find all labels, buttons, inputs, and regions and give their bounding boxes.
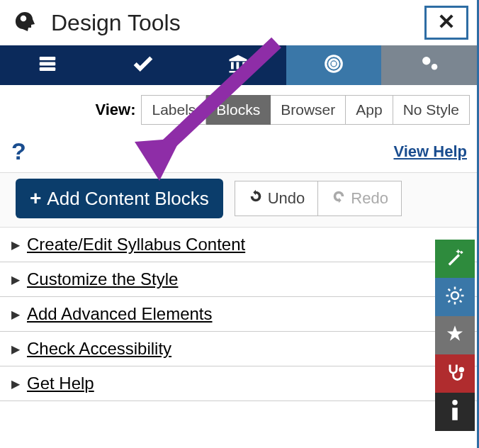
tab-institution[interactable] bbox=[191, 45, 286, 85]
view-row: View: Labels Blocks Browser App No Style bbox=[0, 85, 477, 135]
action-row: + Add Content Blocks Undo Redo bbox=[0, 172, 477, 228]
svg-rect-0 bbox=[40, 57, 56, 60]
accordion-label: Customize the Style bbox=[27, 269, 178, 289]
side-tool-info[interactable] bbox=[435, 393, 475, 431]
caret-right-icon: ▶ bbox=[11, 273, 20, 286]
add-button-label: Add Content Blocks bbox=[47, 188, 208, 210]
view-label: View: bbox=[95, 101, 135, 119]
svg-rect-2 bbox=[40, 67, 56, 71]
side-tools bbox=[435, 240, 475, 431]
view-option-app[interactable]: App bbox=[346, 95, 393, 125]
undo-button[interactable]: Undo bbox=[235, 181, 318, 215]
accordion-item-advanced[interactable]: ▶ Add Advanced Elements bbox=[0, 297, 477, 332]
caret-right-icon: ▶ bbox=[11, 308, 20, 321]
accordion-label: Create/Edit Syllabus Content bbox=[27, 235, 245, 254]
toolbar-tabs bbox=[0, 45, 477, 85]
tab-target[interactable] bbox=[286, 45, 382, 85]
accordion-item-syllabus[interactable]: ▶ Create/Edit Syllabus Content bbox=[0, 228, 477, 262]
redo-icon bbox=[331, 189, 346, 208]
check-icon bbox=[131, 52, 155, 79]
header: Design Tools bbox=[0, 0, 477, 45]
redo-label: Redo bbox=[351, 189, 388, 208]
accordion-label: Add Advanced Elements bbox=[27, 304, 213, 324]
svg-point-9 bbox=[460, 368, 463, 371]
view-option-nostyle[interactable]: No Style bbox=[393, 95, 470, 125]
tab-server[interactable] bbox=[0, 45, 96, 85]
close-icon bbox=[436, 11, 456, 34]
accordion-item-style[interactable]: ▶ Customize the Style bbox=[0, 262, 477, 297]
svg-point-7 bbox=[432, 64, 438, 70]
svg-point-5 bbox=[332, 62, 335, 65]
svg-rect-1 bbox=[40, 62, 56, 66]
side-tool-wand[interactable] bbox=[435, 240, 475, 278]
help-row: ? View Help bbox=[0, 135, 477, 172]
undo-label: Undo bbox=[268, 189, 305, 208]
svg-point-8 bbox=[451, 292, 458, 299]
svg-rect-11 bbox=[452, 408, 458, 420]
caret-right-icon: ▶ bbox=[11, 377, 20, 391]
view-option-browser[interactable]: Browser bbox=[271, 95, 346, 125]
info-icon bbox=[451, 400, 459, 424]
undo-icon bbox=[248, 189, 264, 208]
side-tool-star[interactable] bbox=[435, 316, 475, 354]
tab-check[interactable] bbox=[96, 45, 191, 85]
star-icon bbox=[445, 324, 465, 347]
accordion-list: ▶ Create/Edit Syllabus Content ▶ Customi… bbox=[0, 228, 477, 401]
accordion-label: Check Accessibility bbox=[27, 339, 171, 359]
tab-settings[interactable] bbox=[381, 45, 477, 85]
caret-right-icon: ▶ bbox=[11, 238, 20, 252]
wand-icon bbox=[445, 247, 465, 270]
sun-icon bbox=[444, 285, 466, 309]
accordion-label: Get Help bbox=[27, 374, 94, 393]
rocket-icon bbox=[14, 9, 38, 36]
institution-icon bbox=[227, 53, 249, 77]
stethoscope-icon bbox=[445, 362, 465, 385]
server-icon bbox=[37, 53, 58, 77]
plus-icon: + bbox=[30, 187, 41, 210]
close-button[interactable] bbox=[424, 6, 468, 40]
view-option-blocks[interactable]: Blocks bbox=[206, 95, 271, 125]
question-icon[interactable]: ? bbox=[11, 138, 26, 165]
caret-right-icon: ▶ bbox=[11, 342, 20, 356]
accordion-item-accessibility[interactable]: ▶ Check Accessibility bbox=[0, 332, 477, 366]
view-option-labels[interactable]: Labels bbox=[141, 95, 206, 125]
side-tool-sun[interactable] bbox=[435, 278, 475, 316]
svg-point-10 bbox=[452, 400, 458, 405]
gears-icon bbox=[417, 52, 441, 79]
add-content-blocks-button[interactable]: + Add Content Blocks bbox=[16, 179, 223, 218]
svg-point-6 bbox=[422, 57, 430, 65]
redo-button[interactable]: Redo bbox=[317, 181, 401, 215]
view-help-link[interactable]: View Help bbox=[393, 142, 467, 161]
panel-title: Design Tools bbox=[51, 10, 181, 36]
accordion-item-gethelp[interactable]: ▶ Get Help bbox=[0, 366, 477, 401]
side-tool-stethoscope[interactable] bbox=[435, 354, 475, 393]
undo-redo-group: Undo Redo bbox=[235, 181, 402, 216]
target-icon bbox=[323, 53, 344, 77]
